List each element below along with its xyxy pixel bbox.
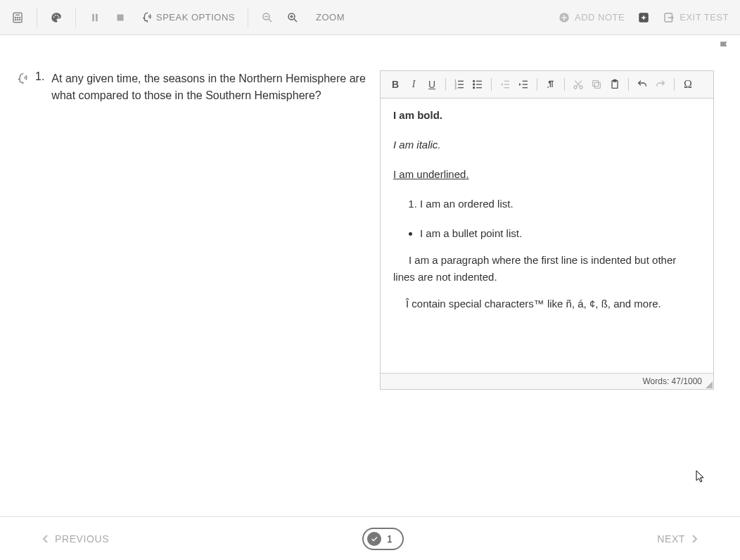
svg-point-33	[473, 87, 475, 89]
speak-head-icon	[139, 11, 152, 24]
pause-button[interactable]	[83, 7, 107, 28]
speak-options-button[interactable]: SPEAK OPTIONS	[134, 7, 241, 28]
previous-button[interactable]: PREVIOUS	[42, 533, 109, 545]
flag-button[interactable]	[717, 39, 732, 56]
toolbar-separator	[674, 78, 675, 91]
outdent-button[interactable]	[497, 77, 513, 92]
previous-label: PREVIOUS	[55, 533, 109, 545]
toolbar-separator	[491, 78, 492, 91]
exit-test-button[interactable]: EXIT TEST	[657, 7, 734, 28]
bold-button[interactable]: B	[388, 77, 403, 92]
exit-test-label: EXIT TEST	[680, 12, 729, 23]
redo-button[interactable]	[653, 77, 668, 92]
underline-button[interactable]: U	[424, 77, 440, 92]
chevron-right-icon	[691, 534, 698, 544]
next-button[interactable]: NEXT	[657, 533, 698, 545]
toolbar-divider	[75, 8, 76, 27]
chevron-left-icon	[42, 534, 49, 544]
zoom-out-button[interactable]	[255, 7, 279, 28]
palette-icon	[50, 11, 63, 24]
top-toolbar: SPEAK OPTIONS ZOOM ADD NOTE EXIT TEST	[0, 0, 740, 35]
add-note-button[interactable]: ADD NOTE	[552, 7, 630, 28]
sparkle-button[interactable]	[632, 7, 656, 28]
outdent-icon	[499, 79, 511, 90]
zoom-label-area: ZOOM	[306, 8, 350, 27]
toolbar-separator	[445, 78, 446, 91]
calculator-icon	[11, 11, 24, 24]
pilcrow-rtl-icon	[545, 79, 556, 90]
svg-rect-48	[593, 81, 599, 87]
question-column: 1. At any given time, the seasons in the…	[14, 49, 366, 516]
next-label: NEXT	[657, 533, 685, 545]
svg-point-31	[473, 80, 475, 82]
cut-icon	[573, 79, 584, 90]
svg-point-8	[53, 16, 55, 18]
svg-point-10	[57, 14, 58, 15]
toolbar-separator	[564, 78, 565, 91]
italic-text: I am italic.	[393, 139, 441, 151]
undo-button[interactable]	[634, 77, 650, 92]
copy-button[interactable]	[589, 77, 604, 92]
copy-icon	[591, 79, 602, 90]
svg-point-5	[15, 19, 15, 20]
question-speak-button[interactable]	[14, 72, 28, 88]
svg-point-11	[58, 16, 59, 18]
editor-toolbar: B I U 1 2 3	[381, 71, 713, 98]
undo-icon	[637, 79, 648, 90]
editor-content[interactable]: I am bold. I am italic. I am underlined.…	[381, 98, 713, 373]
calculator-button[interactable]	[6, 7, 30, 28]
question-text: At any given time, the seasons in the No…	[51, 70, 366, 104]
main-area: 1. At any given time, the seasons in the…	[0, 35, 740, 516]
italic-button[interactable]: I	[406, 77, 421, 92]
palette-button[interactable]	[44, 7, 68, 28]
svg-rect-14	[117, 14, 124, 20]
svg-line-16	[269, 19, 272, 22]
page-number: 1	[387, 533, 393, 545]
cut-button[interactable]	[570, 77, 586, 92]
toolbar-separator	[628, 78, 629, 91]
special-char-paragraph: Î contain special characters™ like ñ, á,…	[393, 295, 701, 312]
footer-nav: PREVIOUS 1 NEXT	[0, 516, 740, 560]
add-note-label: ADD NOTE	[575, 12, 625, 23]
paste-icon	[609, 79, 620, 90]
editor-status-bar: Words: 47/1000	[381, 373, 713, 389]
ordered-list-item: I am an ordered list.	[420, 196, 701, 212]
toolbar-divider	[37, 8, 37, 27]
bullet-list-button[interactable]	[470, 77, 485, 92]
zoom-in-icon	[286, 11, 299, 24]
svg-point-7	[19, 19, 20, 20]
ordered-list-icon: 1 2 3	[454, 79, 465, 90]
resize-handle[interactable]	[706, 381, 713, 388]
speak-head-icon	[14, 72, 28, 86]
zoom-out-icon	[261, 11, 274, 24]
special-char-button[interactable]: Ω	[680, 77, 696, 92]
toolbar-divider	[248, 8, 248, 27]
svg-rect-12	[92, 13, 94, 21]
bullet-list-icon	[472, 79, 483, 90]
indent-icon	[518, 79, 529, 90]
rich-text-editor: B I U 1 2 3	[380, 70, 714, 390]
pause-icon	[89, 11, 101, 24]
indent-button[interactable]	[516, 77, 531, 92]
underline-text: I am underlined.	[393, 168, 469, 180]
ordered-list-button[interactable]: 1 2 3	[452, 77, 467, 92]
check-circle-icon	[367, 532, 381, 546]
svg-point-4	[19, 17, 20, 18]
redo-icon	[655, 79, 666, 90]
zoom-in-button[interactable]	[281, 7, 305, 28]
zoom-label: ZOOM	[316, 12, 345, 23]
question-number: 1.	[35, 70, 44, 83]
question-row: 1. At any given time, the seasons in the…	[14, 70, 366, 104]
stop-icon	[114, 11, 127, 24]
word-count: Words: 47/1000	[643, 376, 703, 386]
toolbar-separator	[537, 78, 537, 91]
paste-button[interactable]	[607, 77, 623, 92]
plus-circle-icon	[558, 11, 570, 24]
svg-point-3	[17, 17, 18, 18]
rtl-button[interactable]	[543, 77, 559, 92]
answer-column: B I U 1 2 3	[380, 49, 726, 516]
page-indicator[interactable]: 1	[362, 528, 404, 550]
stop-button[interactable]	[108, 7, 132, 28]
svg-point-6	[17, 19, 18, 20]
svg-point-2	[15, 17, 15, 18]
